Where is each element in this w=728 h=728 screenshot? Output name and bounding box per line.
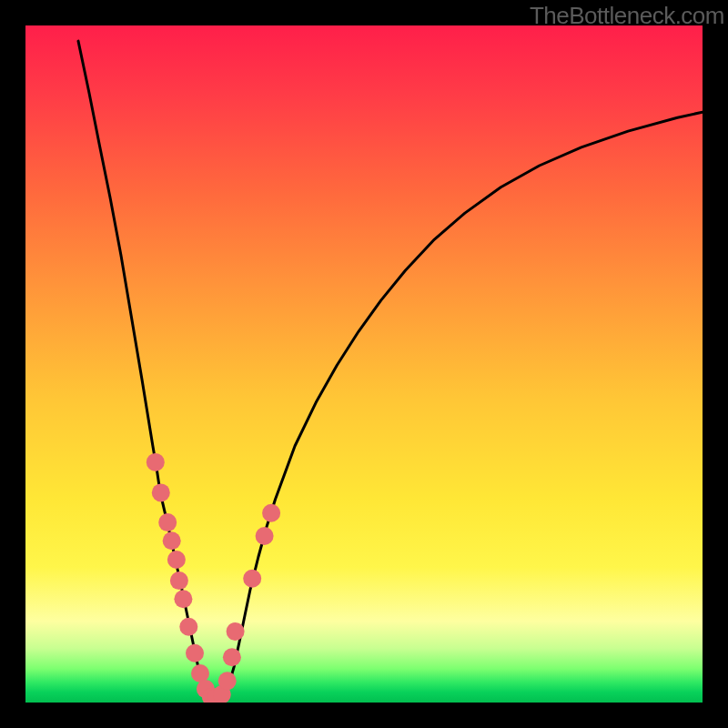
watermark-text: TheBottleneck.com — [530, 2, 724, 30]
data-point-marker — [152, 483, 170, 501]
data-point-marker — [158, 513, 177, 531]
plot-area — [25, 25, 703, 703]
data-point-marker — [262, 504, 280, 522]
data-point-marker — [186, 644, 204, 662]
data-point-marker — [227, 622, 245, 641]
data-point-marker — [256, 527, 274, 545]
bottleneck-curve — [78, 41, 703, 698]
data-point-marker — [223, 648, 241, 666]
data-point-marker — [243, 570, 261, 588]
data-point-marker — [179, 618, 197, 636]
data-point-marker — [170, 571, 188, 590]
data-point-marker — [218, 672, 237, 690]
curve-layer — [25, 25, 703, 703]
data-point-marker — [167, 551, 186, 569]
data-point-marker — [191, 664, 209, 682]
data-point-marker — [147, 453, 165, 471]
data-point-marker — [174, 590, 192, 608]
outer-frame: TheBottleneck.com — [0, 0, 728, 728]
data-point-marker — [163, 531, 181, 550]
